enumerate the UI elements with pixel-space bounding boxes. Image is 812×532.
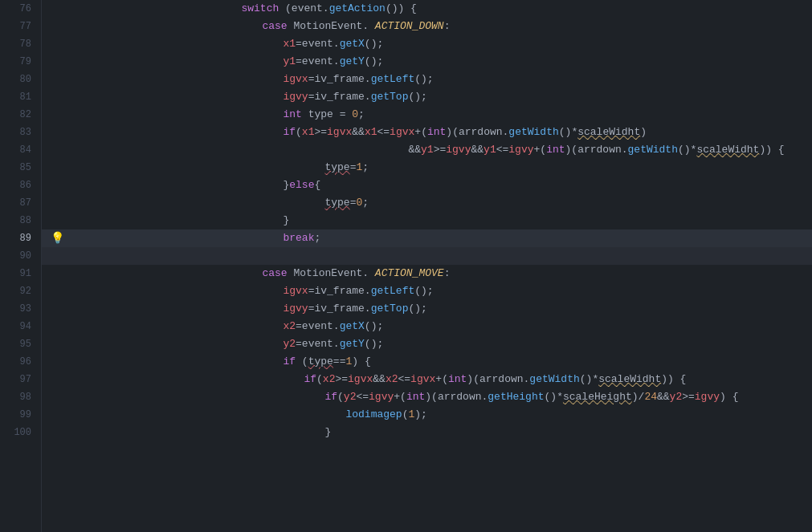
line-num-88: 88: [0, 212, 41, 229]
line-num-96: 96: [0, 353, 41, 371]
code-line-89: 💡 break;: [42, 229, 812, 247]
code-line-100: }: [42, 424, 812, 441]
line-num-90: 90: [0, 247, 41, 265]
line-num-77: 77: [0, 18, 41, 35]
code-content-100: }: [66, 406, 812, 459]
line-num-76: 76: [0, 0, 41, 18]
line-num-86: 86: [0, 177, 41, 194]
line-num-78: 78: [0, 35, 41, 53]
line-num-81: 81: [0, 88, 41, 106]
gutter-89[interactable]: 💡: [48, 229, 66, 247]
line-num-89: 89: [0, 229, 41, 247]
line-num-82: 82: [0, 106, 41, 124]
line-num-99: 99: [0, 406, 41, 424]
line-num-91: 91: [0, 265, 41, 282]
line-numbers: 76 77 78 79 80 81 82 83 84 85 86 87 88 8…: [0, 0, 42, 532]
line-num-100: 100: [0, 424, 41, 441]
line-num-94: 94: [0, 318, 41, 335]
line-num-80: 80: [0, 71, 41, 88]
line-num-93: 93: [0, 300, 41, 318]
line-num-92: 92: [0, 282, 41, 300]
line-num-85: 85: [0, 159, 41, 177]
line-num-79: 79: [0, 53, 41, 71]
line-num-98: 98: [0, 388, 41, 406]
line-num-87: 87: [0, 194, 41, 212]
lightbulb-icon[interactable]: 💡: [51, 229, 64, 247]
line-num-97: 97: [0, 371, 41, 388]
code-editor: 76 77 78 79 80 81 82 83 84 85 86 87 88 8…: [0, 0, 812, 532]
line-num-83: 83: [0, 124, 41, 141]
code-area[interactable]: switch (event.getAction()) { case Motion…: [42, 0, 812, 532]
line-num-84: 84: [0, 141, 41, 159]
line-num-95: 95: [0, 335, 41, 353]
